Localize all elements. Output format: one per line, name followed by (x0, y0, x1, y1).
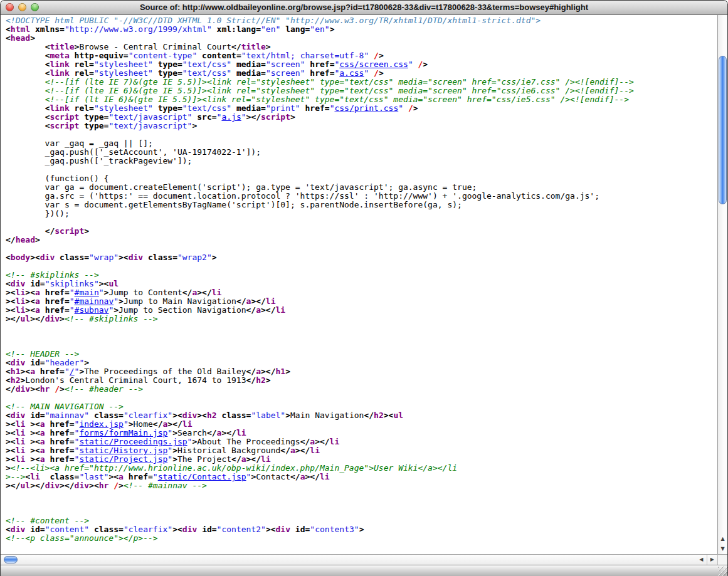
source-token: ></ (261, 305, 275, 315)
minimize-button[interactable] (18, 3, 26, 11)
source-token: var s = document.getElementsByTagName('s… (6, 200, 462, 209)
source-token (300, 103, 305, 113)
vertical-scrollbar-thumb[interactable] (719, 56, 727, 204)
source-token: div (45, 314, 60, 323)
source-token: "wrap2" (177, 253, 212, 262)
resize-grip[interactable] (718, 567, 727, 576)
scroll-up-button[interactable]: ▲ (718, 534, 727, 544)
scroll-right-icon: ▶ (710, 557, 714, 562)
source-token: href= (310, 68, 334, 78)
source-token: a (40, 437, 45, 446)
source-token: href= (50, 454, 74, 464)
source-token (6, 51, 45, 60)
source-token: xml:lang= (217, 24, 261, 34)
source-token: " (70, 288, 75, 297)
source-token: </ (231, 42, 241, 51)
window-controls (6, 3, 39, 11)
source-token (25, 411, 30, 420)
source-token (89, 525, 94, 534)
close-button[interactable] (6, 3, 14, 11)
source-token (6, 112, 45, 122)
source-line (6, 394, 717, 402)
source-token: >< (6, 288, 16, 297)
scroll-down-button[interactable]: ▼ (718, 544, 727, 554)
source-token (369, 68, 374, 78)
source-token: li (16, 446, 26, 455)
scroll-left-button[interactable]: ◀ (696, 555, 707, 565)
source-token: li (310, 446, 320, 455)
source-link[interactable]: #main (75, 288, 99, 297)
source-line (6, 262, 717, 271)
source-code[interactable]: <!DOCTYPE html PUBLIC "-//W3C//DTD XHTML… (1, 15, 717, 554)
source-link[interactable]: a.js (221, 112, 241, 122)
source-link[interactable]: index.jsp (79, 419, 123, 429)
source-token: "text/html; charset=utf-8" (241, 51, 369, 60)
source-token: id= (30, 279, 45, 288)
source-line: <script type="text/javascript"> (6, 122, 717, 130)
source-token: href= (45, 305, 70, 315)
source-link[interactable]: static/Proceedings.jsp (79, 437, 187, 446)
source-link[interactable]: #subnav (75, 305, 109, 315)
source-token: >< (89, 481, 99, 490)
horizontal-scrollbar-thumb[interactable] (4, 556, 18, 563)
source-token (6, 60, 45, 69)
source-token (143, 253, 148, 262)
source-token: div (11, 279, 25, 288)
source-link[interactable]: forms/formMain.jsp (79, 428, 167, 437)
source-token: > (266, 375, 271, 385)
source-token: head (11, 33, 30, 43)
source-token: ></ (197, 288, 211, 297)
source-token (6, 77, 45, 86)
source-token: >< (172, 411, 182, 420)
source-token: > (119, 481, 124, 490)
source-link[interactable]: / (70, 367, 75, 376)
source-token: href= (310, 60, 334, 69)
source-token: < (6, 33, 11, 43)
source-token: >< (197, 411, 207, 420)
source-token: xmlns= (35, 24, 65, 34)
source-link[interactable]: a.css (339, 68, 364, 78)
source-line: <!DOCTYPE html PUBLIC "-//W3C//DTD XHTML… (6, 16, 717, 25)
source-line (6, 218, 717, 227)
source-token (40, 472, 50, 481)
source-token: </ (280, 446, 290, 455)
source-token: >< (6, 437, 16, 446)
source-link[interactable]: css/screen.css (339, 60, 408, 69)
source-token: > (60, 314, 65, 323)
source-token: _gaq.push(['_setAccount', 'UA-19174022-1… (6, 147, 261, 157)
source-token: >< (119, 253, 129, 262)
source-token: " (113, 296, 119, 306)
horizontal-scrollbar[interactable]: ◀ ▶ (1, 554, 717, 565)
source-link[interactable]: static/Project.jsp (79, 454, 167, 464)
source-token: id= (295, 525, 310, 534)
source-link[interactable]: css/print.css (334, 103, 398, 113)
source-token: div (129, 253, 143, 262)
source-token: ></ (261, 367, 275, 376)
source-token (25, 446, 30, 455)
source-line: <!-- HEADER --> (6, 350, 717, 359)
source-line: <div id="header"> (6, 359, 717, 367)
source-link[interactable]: static/Contact.jsp (158, 472, 246, 481)
source-token: ></ (251, 296, 265, 306)
zoom-button[interactable] (31, 3, 39, 11)
source-token (197, 51, 202, 60)
source-link[interactable]: static/History.jsp (79, 446, 167, 455)
source-token: id= (202, 525, 216, 534)
source-token: <!--[if (lt IE 6)&(gte IE 5.5)]><link re… (45, 95, 629, 104)
window-titlebar[interactable]: Source of: http://www.oldbaileyonline.or… (1, 1, 727, 15)
source-token: ></ (246, 112, 261, 122)
source-token: h2 (11, 375, 21, 385)
source-token: ></ (246, 454, 261, 464)
source-link[interactable]: #mainnav (75, 296, 114, 306)
source-token: </ (300, 437, 310, 446)
scroll-right-button[interactable]: ▶ (707, 555, 718, 565)
source-token: > (84, 358, 89, 367)
source-token (40, 305, 45, 315)
source-line: ga.src = ('https:' == document.location.… (6, 192, 717, 201)
source-token: Jump to Main Navigation (124, 296, 236, 306)
source-token (231, 103, 236, 113)
source-token: ></ (30, 314, 45, 323)
source-token: </ (231, 454, 241, 464)
vertical-scrollbar[interactable]: ▲ ▼ (717, 15, 727, 554)
source-token: <!-- MAIN NAVIGATION --> (6, 402, 124, 411)
